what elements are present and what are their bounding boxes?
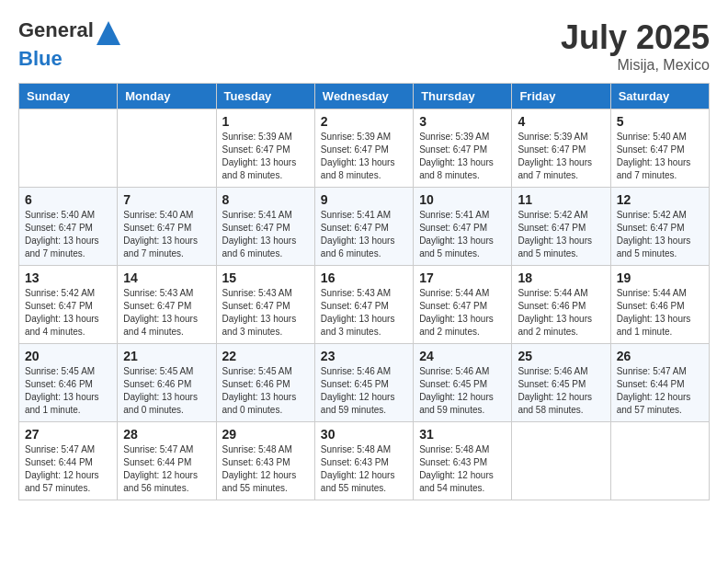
month-title: July 2025	[561, 18, 710, 57]
day-of-week-header: Friday	[512, 84, 610, 109]
calendar-cell: 14Sunrise: 5:43 AM Sunset: 6:47 PM Dayli…	[118, 266, 216, 344]
day-number: 2	[321, 114, 407, 129]
day-info: Sunrise: 5:45 AM Sunset: 6:46 PM Dayligh…	[25, 365, 111, 417]
day-info: Sunrise: 5:48 AM Sunset: 6:43 PM Dayligh…	[419, 443, 506, 495]
calendar-cell: 31Sunrise: 5:48 AM Sunset: 6:43 PM Dayli…	[414, 422, 512, 500]
day-number: 10	[419, 192, 506, 207]
day-number: 9	[321, 192, 407, 207]
calendar-cell	[118, 109, 216, 188]
day-of-week-header: Monday	[118, 84, 216, 109]
calendar-cell: 28Sunrise: 5:47 AM Sunset: 6:44 PM Dayli…	[118, 422, 216, 500]
day-number: 11	[518, 192, 604, 207]
calendar-cell: 16Sunrise: 5:43 AM Sunset: 6:47 PM Dayli…	[314, 266, 413, 344]
calendar-cell: 11Sunrise: 5:42 AM Sunset: 6:47 PM Dayli…	[512, 188, 610, 266]
day-number: 7	[123, 192, 210, 207]
day-number: 26	[617, 349, 703, 363]
day-number: 18	[518, 270, 604, 285]
calendar-cell: 3Sunrise: 5:39 AM Sunset: 6:47 PM Daylig…	[414, 109, 512, 188]
page-header: GeneralBlue July 2025 Misija, Mexico	[18, 18, 710, 74]
day-number: 4	[518, 114, 604, 129]
calendar-week-row: 27Sunrise: 5:47 AM Sunset: 6:44 PM Dayli…	[19, 422, 710, 500]
calendar-week-row: 13Sunrise: 5:42 AM Sunset: 6:47 PM Dayli…	[19, 266, 710, 344]
calendar-cell: 25Sunrise: 5:46 AM Sunset: 6:45 PM Dayli…	[512, 344, 610, 422]
day-number: 31	[419, 427, 506, 442]
day-number: 27	[25, 427, 111, 442]
calendar-cell	[19, 109, 118, 188]
logo-general: General	[18, 18, 94, 41]
day-info: Sunrise: 5:46 AM Sunset: 6:45 PM Dayligh…	[419, 365, 506, 417]
day-info: Sunrise: 5:39 AM Sunset: 6:47 PM Dayligh…	[419, 131, 506, 182]
day-info: Sunrise: 5:44 AM Sunset: 6:46 PM Dayligh…	[617, 287, 703, 339]
day-of-week-header: Thursday	[414, 84, 512, 109]
day-info: Sunrise: 5:39 AM Sunset: 6:47 PM Dayligh…	[222, 131, 309, 182]
calendar-cell: 6Sunrise: 5:40 AM Sunset: 6:47 PM Daylig…	[19, 188, 118, 266]
calendar-cell: 22Sunrise: 5:45 AM Sunset: 6:46 PM Dayli…	[216, 344, 314, 422]
day-number: 24	[419, 349, 506, 363]
day-info: Sunrise: 5:41 AM Sunset: 6:47 PM Dayligh…	[419, 209, 506, 260]
day-info: Sunrise: 5:45 AM Sunset: 6:46 PM Dayligh…	[222, 365, 309, 417]
title-block: July 2025 Misija, Mexico	[561, 18, 710, 74]
day-info: Sunrise: 5:39 AM Sunset: 6:47 PM Dayligh…	[321, 131, 407, 182]
calendar-cell: 23Sunrise: 5:46 AM Sunset: 6:45 PM Dayli…	[314, 344, 413, 422]
calendar-cell: 2Sunrise: 5:39 AM Sunset: 6:47 PM Daylig…	[314, 109, 413, 188]
day-info: Sunrise: 5:46 AM Sunset: 6:45 PM Dayligh…	[518, 365, 604, 417]
day-number: 19	[617, 270, 703, 285]
calendar-cell: 9Sunrise: 5:41 AM Sunset: 6:47 PM Daylig…	[314, 188, 413, 266]
calendar-cell: 1Sunrise: 5:39 AM Sunset: 6:47 PM Daylig…	[216, 109, 314, 188]
day-info: Sunrise: 5:42 AM Sunset: 6:47 PM Dayligh…	[25, 287, 111, 339]
location: Misija, Mexico	[561, 57, 710, 74]
calendar-cell: 20Sunrise: 5:45 AM Sunset: 6:46 PM Dayli…	[19, 344, 118, 422]
calendar-cell	[512, 422, 610, 500]
day-number: 8	[222, 192, 309, 207]
svg-marker-0	[97, 21, 120, 45]
calendar-cell: 7Sunrise: 5:40 AM Sunset: 6:47 PM Daylig…	[118, 188, 216, 266]
day-number: 23	[321, 349, 407, 363]
calendar-cell: 12Sunrise: 5:42 AM Sunset: 6:47 PM Dayli…	[610, 188, 709, 266]
calendar-cell: 4Sunrise: 5:39 AM Sunset: 6:47 PM Daylig…	[512, 109, 610, 188]
calendar-cell: 13Sunrise: 5:42 AM Sunset: 6:47 PM Dayli…	[19, 266, 118, 344]
calendar-cell: 17Sunrise: 5:44 AM Sunset: 6:47 PM Dayli…	[414, 266, 512, 344]
calendar-cell: 27Sunrise: 5:47 AM Sunset: 6:44 PM Dayli…	[19, 422, 118, 500]
logo: GeneralBlue	[18, 18, 123, 71]
day-number: 16	[321, 270, 407, 285]
day-info: Sunrise: 5:41 AM Sunset: 6:47 PM Dayligh…	[222, 209, 309, 260]
day-of-week-header: Tuesday	[216, 84, 314, 109]
day-of-week-header: Saturday	[610, 84, 709, 109]
day-number: 29	[222, 427, 309, 442]
calendar-cell: 8Sunrise: 5:41 AM Sunset: 6:47 PM Daylig…	[216, 188, 314, 266]
logo-text: GeneralBlue	[18, 18, 123, 71]
day-info: Sunrise: 5:42 AM Sunset: 6:47 PM Dayligh…	[617, 209, 703, 260]
day-number: 30	[321, 427, 407, 442]
day-number: 14	[123, 270, 210, 285]
day-number: 28	[123, 427, 210, 442]
calendar-cell: 19Sunrise: 5:44 AM Sunset: 6:46 PM Dayli…	[610, 266, 709, 344]
day-number: 22	[222, 349, 309, 363]
day-number: 12	[617, 192, 703, 207]
day-info: Sunrise: 5:40 AM Sunset: 6:47 PM Dayligh…	[617, 131, 703, 182]
day-number: 25	[518, 349, 604, 363]
day-info: Sunrise: 5:47 AM Sunset: 6:44 PM Dayligh…	[123, 443, 210, 495]
day-info: Sunrise: 5:48 AM Sunset: 6:43 PM Dayligh…	[222, 443, 309, 495]
logo-blue: Blue	[18, 47, 63, 70]
day-info: Sunrise: 5:47 AM Sunset: 6:44 PM Dayligh…	[617, 365, 703, 417]
day-info: Sunrise: 5:40 AM Sunset: 6:47 PM Dayligh…	[123, 209, 210, 260]
day-info: Sunrise: 5:44 AM Sunset: 6:47 PM Dayligh…	[419, 287, 506, 339]
calendar-week-row: 20Sunrise: 5:45 AM Sunset: 6:46 PM Dayli…	[19, 344, 710, 422]
calendar-cell: 30Sunrise: 5:48 AM Sunset: 6:43 PM Dayli…	[314, 422, 413, 500]
day-number: 15	[222, 270, 309, 285]
day-info: Sunrise: 5:43 AM Sunset: 6:47 PM Dayligh…	[321, 287, 407, 339]
day-info: Sunrise: 5:40 AM Sunset: 6:47 PM Dayligh…	[25, 209, 111, 260]
calendar-cell: 10Sunrise: 5:41 AM Sunset: 6:47 PM Dayli…	[414, 188, 512, 266]
day-of-week-header: Sunday	[19, 84, 118, 109]
calendar-cell: 26Sunrise: 5:47 AM Sunset: 6:44 PM Dayli…	[610, 344, 709, 422]
day-info: Sunrise: 5:47 AM Sunset: 6:44 PM Dayligh…	[25, 443, 111, 495]
calendar-week-row: 1Sunrise: 5:39 AM Sunset: 6:47 PM Daylig…	[19, 109, 710, 188]
day-number: 21	[123, 349, 210, 363]
day-info: Sunrise: 5:48 AM Sunset: 6:43 PM Dayligh…	[321, 443, 407, 495]
day-number: 3	[419, 114, 506, 129]
calendar-table: SundayMondayTuesdayWednesdayThursdayFrid…	[18, 83, 710, 500]
calendar-cell: 5Sunrise: 5:40 AM Sunset: 6:47 PM Daylig…	[610, 109, 709, 188]
day-info: Sunrise: 5:41 AM Sunset: 6:47 PM Dayligh…	[321, 209, 407, 260]
calendar-header-row: SundayMondayTuesdayWednesdayThursdayFrid…	[19, 84, 710, 109]
day-number: 20	[25, 349, 111, 363]
